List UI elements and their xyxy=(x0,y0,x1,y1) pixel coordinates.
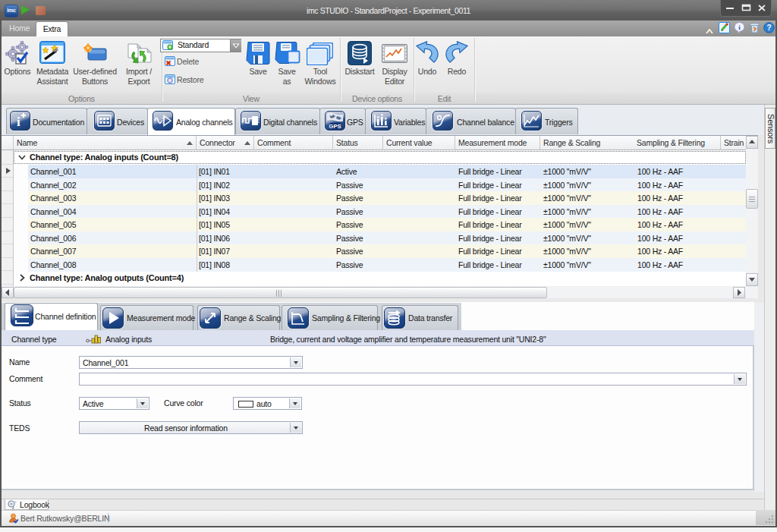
svg-text:?: ? xyxy=(767,24,772,32)
svg-text:GPS: GPS xyxy=(329,123,341,130)
svg-text:i: i xyxy=(17,115,20,129)
